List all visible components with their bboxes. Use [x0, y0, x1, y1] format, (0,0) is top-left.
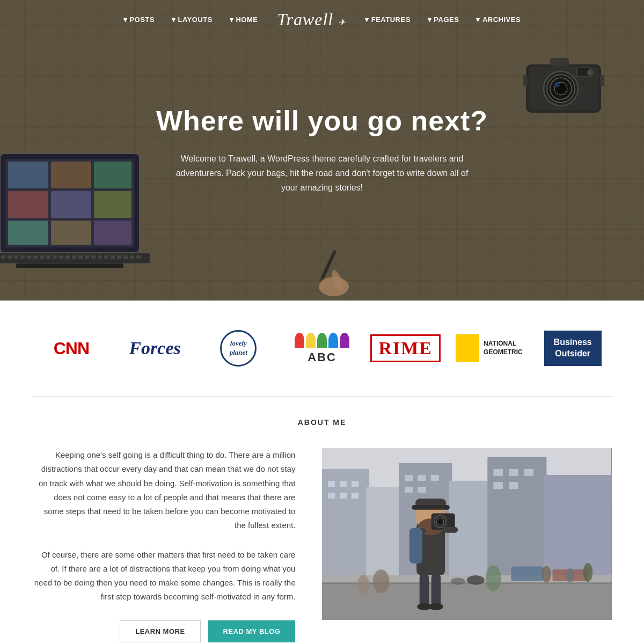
- svg-rect-47: [600, 75, 604, 86]
- learn-more-button[interactable]: LEARN MORE: [120, 620, 200, 642]
- svg-rect-32: [123, 255, 128, 259]
- svg-rect-24: [72, 255, 76, 259]
- hero-content: Where will you go next? Welcome to Trawe…: [156, 106, 488, 195]
- about-content: Keeping one's self going is a difficult …: [32, 448, 612, 642]
- natgeo-yellow-rect: [456, 334, 479, 362]
- nav-links-right: ▾ FEATURES ▾ PAGES ▾ ARCHIVES: [356, 16, 529, 24]
- camera-decoration: [521, 48, 606, 120]
- site-logo[interactable]: Trawell ✈: [266, 10, 356, 30]
- svg-rect-22: [59, 255, 63, 259]
- lovely-planet-circle: lovely planet: [220, 330, 257, 367]
- read-blog-button[interactable]: READ MY BLOG: [208, 620, 296, 642]
- svg-rect-26: [85, 255, 89, 259]
- nav-item-archives[interactable]: ▾ ARCHIVES: [467, 16, 529, 24]
- svg-rect-33: [130, 255, 134, 259]
- svg-rect-21: [53, 255, 57, 259]
- svg-rect-15: [14, 255, 18, 259]
- svg-rect-18: [33, 255, 38, 259]
- hero-subtitle: Welcome to Trawell, a WordPress theme ca…: [172, 151, 472, 195]
- about-paragraph-1: Keeping one's self going is a difficult …: [32, 448, 295, 533]
- svg-rect-7: [94, 191, 131, 218]
- brand-cnn: CNN: [32, 339, 111, 358]
- brand-natgeo: NATIONAL GEOMETRIC: [450, 334, 529, 362]
- svg-rect-35: [16, 264, 123, 268]
- svg-rect-4: [94, 162, 131, 188]
- svg-rect-13: [1, 255, 5, 259]
- laptop-decoration: [0, 143, 172, 301]
- arrow-icon: ▾: [230, 16, 234, 24]
- svg-rect-23: [65, 255, 70, 259]
- svg-rect-28: [98, 255, 102, 259]
- about-paragraph-2: Of course, there are some other matters …: [32, 548, 295, 604]
- about-image: [322, 448, 612, 620]
- svg-rect-9: [51, 221, 91, 245]
- plane-icon: ✈: [338, 18, 346, 27]
- svg-rect-10: [94, 221, 131, 245]
- nav-item-home[interactable]: ▾ HOME: [221, 16, 267, 24]
- svg-rect-2: [8, 162, 48, 188]
- navigation: ▾ POSTS ▾ LAYOUTS ▾ HOME Trawell ✈ ▾ FEA…: [0, 0, 644, 39]
- svg-rect-17: [27, 255, 31, 259]
- svg-point-42: [554, 82, 560, 87]
- arrow-icon: ▾: [172, 16, 176, 24]
- svg-rect-30: [111, 255, 115, 259]
- arrow-icon: ▾: [365, 16, 369, 24]
- svg-rect-6: [51, 191, 91, 218]
- peacock-icon: [295, 333, 349, 348]
- arrow-icon: ▾: [476, 16, 480, 24]
- svg-rect-3: [51, 162, 91, 188]
- svg-rect-14: [8, 255, 12, 259]
- brand-lovely-planet: lovely planet: [199, 330, 277, 367]
- arrow-icon: ▾: [123, 16, 128, 24]
- nav-item-layouts[interactable]: ▾ LAYOUTS: [163, 16, 221, 24]
- brand-rime: RIME: [367, 334, 445, 362]
- about-section: ABOUT ME Keeping one's self going is a d…: [0, 397, 644, 644]
- svg-rect-20: [46, 255, 50, 259]
- svg-point-45: [587, 69, 594, 76]
- svg-rect-19: [40, 255, 44, 259]
- about-text-block: Keeping one's self going is a difficult …: [32, 448, 295, 642]
- nav-item-pages[interactable]: ▾ PAGES: [419, 16, 468, 24]
- svg-rect-103: [322, 448, 612, 620]
- about-buttons: LEARN MORE READ MY BLOG: [32, 620, 295, 642]
- svg-rect-43: [550, 58, 569, 67]
- nav-item-features[interactable]: ▾ FEATURES: [356, 16, 419, 24]
- nav-links-left: ▾ POSTS ▾ LAYOUTS ▾ HOME: [115, 16, 267, 24]
- brands-section: CNN Forces lovely planet ABC RIME: [0, 301, 644, 396]
- svg-rect-25: [78, 255, 83, 259]
- about-title: ABOUT ME: [32, 418, 612, 427]
- svg-rect-31: [117, 255, 121, 259]
- svg-rect-8: [8, 221, 48, 245]
- hero-section: Where will you go next? Welcome to Trawe…: [0, 0, 644, 301]
- svg-rect-29: [104, 255, 108, 259]
- svg-rect-27: [91, 255, 96, 259]
- svg-rect-5: [8, 191, 48, 218]
- svg-rect-34: [136, 255, 141, 259]
- hero-title: Where will you go next?: [156, 106, 488, 136]
- svg-rect-46: [523, 75, 528, 86]
- nav-item-posts[interactable]: ▾ POSTS: [115, 16, 163, 24]
- brand-forces: Forces: [116, 338, 194, 358]
- svg-rect-16: [20, 255, 25, 259]
- arrow-icon: ▾: [428, 16, 432, 24]
- brand-abc: ABC: [283, 333, 361, 364]
- brand-business-outsider: Business Outsider: [533, 331, 612, 366]
- hand-decoration: [303, 245, 367, 301]
